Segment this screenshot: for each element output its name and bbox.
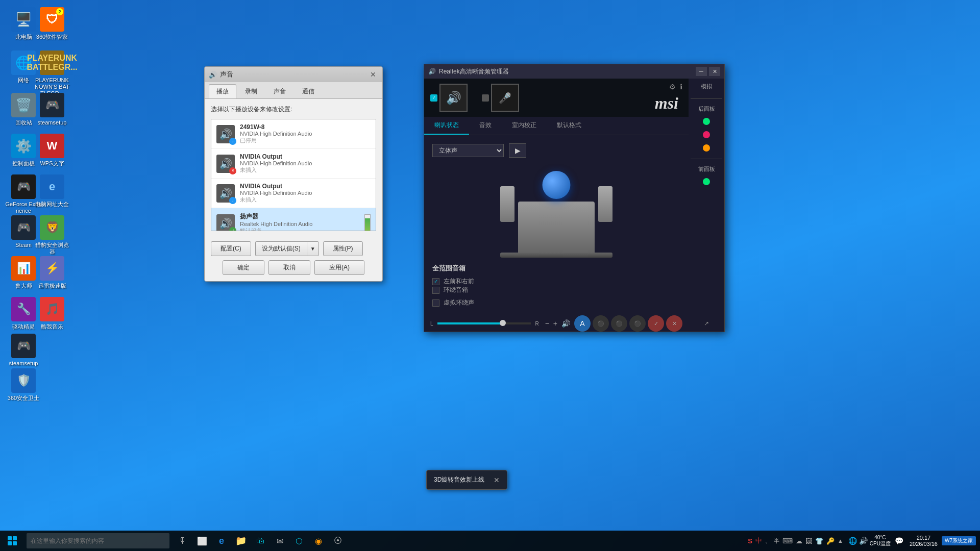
- device-info-4: 扬声器 Realtek High Definition Audio 默认设备: [240, 212, 359, 231]
- realtek-minimize-button[interactable]: ─: [696, 67, 707, 76]
- taskbar: 🎙 ⬜ e 📁 🛍 ✉ ⬡ ◉ ⦿ S 中 、: [0, 531, 980, 551]
- desktop: 🖥️ 此电脑 🛡 2 360软件管家 🌐 网络 PLAYERUNKBATTLEG…: [0, 0, 980, 531]
- tab-record[interactable]: 录制: [237, 84, 265, 98]
- realtek-option-surround: 环绕音箱: [432, 286, 680, 294]
- tray-icon-s[interactable]: S: [748, 537, 752, 545]
- realtek-tab-default-format[interactable]: 默认格式: [547, 117, 592, 135]
- taskbar-icon-app2[interactable]: ◉: [309, 531, 328, 551]
- clock-date: 2026/03/16: [910, 541, 938, 547]
- device-item-speaker[interactable]: 🔊 ✓ 扬声器 Realtek High Definition Audio 默认…: [211, 208, 376, 231]
- volume-ctrl-3[interactable]: ⚫: [629, 315, 646, 332]
- desktop-icon-kuwo[interactable]: 🎵 酷我音乐: [32, 295, 72, 332]
- notification-popup: 3D旋转音效新上线 ✕: [426, 470, 507, 490]
- properties-button[interactable]: 属性(P): [323, 241, 363, 256]
- tray-icon-tshirt[interactable]: 👕: [815, 537, 823, 545]
- taskbar-icon-ie[interactable]: e: [212, 531, 231, 551]
- realtek-tab-room-correction[interactable]: 室内校正: [502, 117, 547, 135]
- device-item-2491w8[interactable]: 🔊 ↓ 2491W-8 NVIDIA High Definition Audio…: [211, 119, 376, 149]
- volume-ctrl-5[interactable]: ✕: [666, 315, 682, 332]
- realtek-close-button[interactable]: ✕: [709, 67, 720, 76]
- realtek-titlebar[interactable]: 🔊 Realtek高清晰音频管理器 ─ ✕: [424, 64, 724, 79]
- volume-slider[interactable]: [437, 322, 531, 324]
- desktop-icon-360mgr[interactable]: 🛡 2 360软件管家: [32, 5, 72, 42]
- tray-icon-punc[interactable]: 、: [765, 537, 771, 545]
- volume-minus-icon: −: [545, 319, 549, 328]
- start-button[interactable]: [0, 531, 24, 551]
- tray-volume-icon[interactable]: 🔊: [859, 537, 868, 545]
- taskbar-sys-icons: S 中 、 半 ⌨ ☁ 🖼 👕 🔑 ▲: [748, 536, 843, 545]
- virtual-surround-label: 虚拟环绕声: [444, 298, 474, 307]
- notification-close-button[interactable]: ✕: [494, 476, 500, 484]
- taskbar-icon-windows-store[interactable]: 🛍: [251, 531, 270, 551]
- ok-button[interactable]: 确定: [223, 260, 264, 275]
- device-item-nvidia2[interactable]: 🔊 ↓ NVIDIA Output NVIDIA High Definition…: [211, 179, 376, 208]
- desktop-icon-steamsetup2[interactable]: 🎮 steamsetup: [3, 332, 44, 369]
- brand-badge[interactable]: W7系统之家: [942, 536, 976, 545]
- taskbar-clock[interactable]: 20:17 2026/03/16: [910, 535, 938, 547]
- tray-action-center[interactable]: 💬: [895, 537, 903, 545]
- volume-ctrl-1[interactable]: ⚫: [593, 315, 609, 332]
- taskbar-icon-explorer[interactable]: 📁: [232, 531, 250, 551]
- realtek-option-front: ✓ 左前和右前: [432, 277, 680, 286]
- tab-sounds[interactable]: 声音: [266, 84, 293, 98]
- settings-icon[interactable]: ⚙: [669, 83, 676, 91]
- desktop-icon-wps[interactable]: W WPS文字: [32, 132, 72, 169]
- mic-checkbox[interactable]: [482, 94, 489, 102]
- device-item-nvidia1[interactable]: 🔊 ✕ NVIDIA Output NVIDIA High Definition…: [211, 149, 376, 179]
- info-icon[interactable]: ℹ: [680, 83, 682, 91]
- option-front-checkbox[interactable]: ✓: [432, 278, 439, 285]
- desktop-icon-ie[interactable]: e 电脑网址大全: [32, 172, 72, 210]
- volume-ctrl-4[interactable]: ✓: [648, 315, 664, 332]
- device-icon-4: 🔊 ✓: [216, 214, 235, 231]
- set-default-arrow-button[interactable]: ▼: [307, 241, 319, 256]
- realtek-mode-select[interactable]: 立体声: [432, 144, 504, 157]
- tray-icon-key[interactable]: 🔑: [826, 537, 835, 545]
- realtek-tab-speaker-status[interactable]: 喇叭状态: [424, 117, 469, 135]
- realtek-header: ✓ 🔊 🎤 ⚙: [424, 79, 689, 117]
- speaker-checkbox[interactable]: ✓: [430, 94, 437, 102]
- taskbar-icon-app1[interactable]: ⬡: [290, 531, 308, 551]
- taskbar-icon-microphone[interactable]: 🎙: [174, 531, 192, 551]
- tray-network-icon[interactable]: 🌐: [848, 537, 857, 545]
- taskbar-icon-app3[interactable]: ⦿: [329, 531, 347, 551]
- tray-expand[interactable]: ▲: [838, 538, 843, 544]
- realtek-tab-effects[interactable]: 音效: [469, 117, 502, 135]
- tab-playback[interactable]: 播放: [209, 84, 236, 98]
- taskbar-icon-task-view[interactable]: ⬜: [193, 531, 211, 551]
- tray-icon-cloud[interactable]: ☁: [796, 537, 802, 545]
- dialog-close-button[interactable]: ✕: [368, 69, 378, 80]
- option-surround-label: 环绕音箱: [444, 286, 468, 294]
- realtek-virtual-surround: 虚拟环绕声: [432, 298, 680, 307]
- option-surround-checkbox[interactable]: [432, 287, 439, 294]
- desktop-icon-xunlei[interactable]: ⚡ 迅雷极速版: [32, 254, 72, 291]
- dialog-subtitle: 选择以下播放设备来修改设置:: [211, 105, 376, 114]
- desktop-icon-360safe[interactable]: 🛡️ 360安全卫士: [3, 366, 44, 404]
- volume-plus-icon: +: [553, 319, 557, 328]
- virtual-surround-checkbox[interactable]: [432, 299, 439, 307]
- config-button[interactable]: 配置(C): [211, 241, 251, 256]
- realtek-tabs: 喇叭状态 音效 室内校正 默认格式: [424, 117, 689, 135]
- tray-icon-kb[interactable]: ⌨: [782, 537, 793, 545]
- tab-communication[interactable]: 通信: [295, 84, 322, 98]
- volume-ctrl-2[interactable]: ⚫: [611, 315, 627, 332]
- volume-speaker-icon: 🔊: [561, 319, 570, 328]
- volume-ctrl-a[interactable]: A: [574, 315, 591, 332]
- tray-icon-half[interactable]: 半: [774, 537, 779, 545]
- cancel-button[interactable]: 取消: [268, 260, 310, 275]
- dialog-action-buttons: 确定 取消 应用(A): [205, 260, 382, 281]
- taskbar-icon-mail[interactable]: ✉: [271, 531, 289, 551]
- folder-icon: 📁: [235, 535, 247, 546]
- taskbar-search-input[interactable]: [27, 533, 169, 548]
- set-default-main-button[interactable]: 设为默认值(S): [255, 241, 307, 256]
- dialog-titlebar[interactable]: 🔊 声音 ✕: [205, 67, 382, 82]
- tray-icon-img[interactable]: 🖼: [805, 537, 812, 545]
- realtek-header-speaker: ✓ 🔊: [430, 84, 468, 112]
- realtek-play-button[interactable]: ▶: [509, 143, 526, 158]
- desktop-icon-steamsetup1[interactable]: 🎮 steamsetup: [32, 91, 72, 128]
- desktop-icon-browser[interactable]: 🦁 猎豹安全浏览器: [32, 213, 72, 257]
- realtek-gear-info: ⚙ ℹ: [669, 83, 682, 91]
- sidebar-expand-icon[interactable]: ↗: [704, 314, 709, 328]
- tray-icon-zh[interactable]: 中: [755, 536, 762, 545]
- realtek-tab-content: 立体声 ▶: [424, 135, 689, 315]
- apply-button[interactable]: 应用(A): [314, 260, 364, 275]
